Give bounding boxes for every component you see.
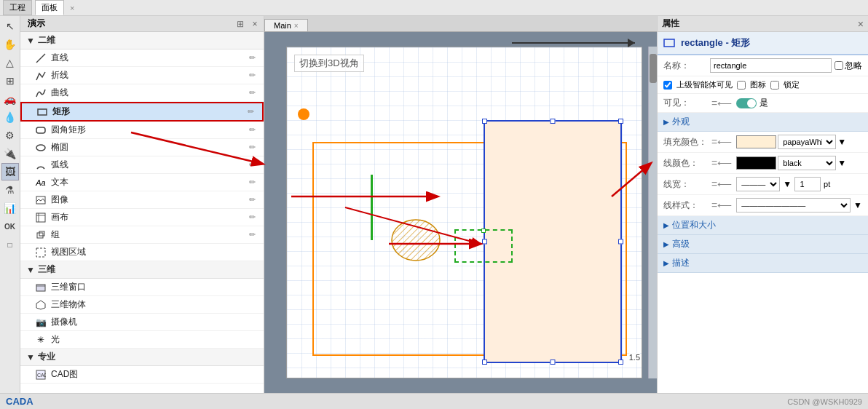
tool-drop[interactable]: 💧 xyxy=(1,108,19,126)
line-style-select[interactable]: ———————— xyxy=(736,198,851,213)
tab-panel[interactable]: 面板 xyxy=(35,0,64,15)
line-width-style-select[interactable]: ——— xyxy=(736,177,780,191)
line-width-input[interactable] xyxy=(794,177,821,191)
fill-dropdown-arrow[interactable]: ▼ xyxy=(837,137,846,147)
panel-grid-icon[interactable]: ⊞ xyxy=(234,18,246,30)
line-width-style-arrow[interactable]: ▼ xyxy=(783,179,792,189)
svg-line-0 xyxy=(36,54,45,63)
line-icon xyxy=(35,52,47,64)
tool-grid[interactable]: ⊞ xyxy=(1,72,19,90)
name-input[interactable] xyxy=(710,58,832,73)
handle-tl[interactable] xyxy=(482,119,487,124)
tool-car[interactable]: 🚗 xyxy=(1,90,19,108)
dashed-handle-top[interactable] xyxy=(481,229,486,233)
item-ellipse-edit[interactable]: ✏ xyxy=(246,142,258,154)
tool-cursor[interactable]: ↖ xyxy=(1,17,19,35)
handle-tr[interactable] xyxy=(618,119,623,124)
item-image-edit[interactable]: ✏ xyxy=(246,194,258,206)
canvas-icon xyxy=(35,212,47,223)
item-canvas[interactable]: 画布 ✏ xyxy=(20,209,264,226)
item-3d-window[interactable]: 三维窗口 xyxy=(20,279,264,296)
item-curve-edit[interactable]: ✏ xyxy=(246,87,258,99)
line-color-swatch[interactable] xyxy=(736,156,776,170)
item-rect-edit[interactable]: ✏ xyxy=(245,106,256,118)
item-round-rect[interactable]: 圆角矩形 ✏ xyxy=(20,122,264,139)
item-image[interactable]: 图像 ✏ xyxy=(20,191,264,209)
svg-rect-11 xyxy=(36,285,45,291)
tool-hand[interactable]: ✋ xyxy=(1,36,19,53)
item-text[interactable]: Aa 文本 ✏ xyxy=(20,174,264,191)
item-line[interactable]: 直线 ✏ xyxy=(20,49,264,67)
item-polyline[interactable]: 折线 ✏ xyxy=(20,67,264,84)
close-tab-icon[interactable]: × xyxy=(70,4,74,12)
v-scrollbar[interactable] xyxy=(648,47,657,378)
line-color-row: 线颜色： =⟵ black ▼ xyxy=(658,153,868,174)
tool-active[interactable]: 🖼 xyxy=(1,163,19,180)
panel-close-icon[interactable]: × xyxy=(249,18,261,30)
item-arc-label: 弧线 xyxy=(51,159,242,171)
tool-plugin[interactable]: 🔌 xyxy=(1,145,19,162)
props-close-btn[interactable]: × xyxy=(858,18,864,30)
line-color-select[interactable]: black xyxy=(778,156,836,170)
switch-3d-btn[interactable]: 切换到3D视角 xyxy=(294,55,364,72)
tool-shape[interactable]: △ xyxy=(1,54,19,71)
ignore-checkbox[interactable] xyxy=(835,61,843,70)
item-rr-edit[interactable]: ✏ xyxy=(246,124,258,136)
item-ellipse[interactable]: 椭圆 ✏ xyxy=(20,139,264,156)
item-canvas-edit[interactable]: ✏ xyxy=(246,212,258,223)
visible-toggle[interactable]: 是 xyxy=(736,97,768,109)
position-section[interactable]: ▶ 位置和大小 xyxy=(658,216,868,235)
parent-visible-checkbox[interactable] xyxy=(663,81,672,90)
item-camera[interactable]: 📷 摄像机 xyxy=(20,314,264,331)
item-canvas-label: 画布 xyxy=(51,211,242,223)
item-arc[interactable]: 弧线 ✏ xyxy=(20,156,264,174)
line-color-dropdown[interactable]: ▼ xyxy=(837,158,846,168)
item-group-edit[interactable]: ✏ xyxy=(246,229,258,241)
position-label: 位置和大小 xyxy=(672,219,716,231)
tool-logo[interactable]: □ xyxy=(1,236,19,253)
green-dashed-rect[interactable] xyxy=(454,229,513,263)
svg-rect-10 xyxy=(36,248,45,257)
canvas-main-tab[interactable]: Main × xyxy=(264,19,308,31)
canvas-viewport[interactable]: 切换到3D视角 xyxy=(264,32,657,393)
item-line-edit[interactable]: ✏ xyxy=(246,52,258,64)
item-cad[interactable]: CAD CAD图 xyxy=(20,366,264,384)
handle-br[interactable] xyxy=(618,360,623,365)
camera-icon: 📷 xyxy=(35,317,47,328)
section-special-arrow: ▼ xyxy=(26,352,35,362)
item-light[interactable]: ✳ 光 xyxy=(20,331,264,349)
handle-right[interactable] xyxy=(618,239,623,245)
icon-label: 图标 xyxy=(750,79,766,90)
item-group[interactable]: 组 ✏ xyxy=(20,226,264,244)
handle-bottom[interactable] xyxy=(551,360,556,365)
visible-label: 可见： xyxy=(663,97,707,109)
canvas-tab-close[interactable]: × xyxy=(294,22,299,30)
tool-filter[interactable]: ⚗ xyxy=(1,181,19,199)
tool-settings[interactable]: ⚙ xyxy=(1,127,19,144)
lock-checkbox[interactable] xyxy=(770,81,779,90)
line-style-arrow[interactable]: ▼ xyxy=(853,200,862,210)
toggle-switch[interactable] xyxy=(736,98,757,108)
fill-color-select[interactable]: papayaWhip xyxy=(778,135,836,149)
appearance-section[interactable]: ▶ 外观 xyxy=(658,113,868,132)
item-3d-object[interactable]: 三维物体 xyxy=(20,296,264,314)
status-bar: CADA CSDN @WSKH0929 xyxy=(0,393,868,409)
item-view-area[interactable]: 视图区域 xyxy=(20,244,264,261)
tab-project[interactable]: 工程 xyxy=(3,0,32,15)
item-polyline-edit[interactable]: ✏ xyxy=(246,70,258,82)
item-text-edit[interactable]: ✏ xyxy=(246,177,258,188)
tool-ok[interactable]: OK xyxy=(1,218,19,235)
handle-top[interactable] xyxy=(551,119,556,124)
tool-chart[interactable]: 📊 xyxy=(1,199,19,217)
fill-color-swatch[interactable] xyxy=(736,135,776,148)
status-left: CADA xyxy=(6,396,33,407)
describe-section[interactable]: ▶ 描述 xyxy=(658,254,868,273)
item-rect[interactable]: 矩形 ✏ xyxy=(20,102,264,122)
handle-bl[interactable] xyxy=(482,360,487,365)
icon-checkbox[interactable] xyxy=(737,81,746,90)
item-arc-edit[interactable]: ✏ xyxy=(246,159,258,171)
advanced-section[interactable]: ▶ 高级 xyxy=(658,235,868,254)
v-scroll-thumb[interactable] xyxy=(650,54,657,83)
drawing-canvas[interactable]: 切换到3D视角 xyxy=(286,47,642,378)
item-curve[interactable]: 曲线 ✏ xyxy=(20,84,264,102)
